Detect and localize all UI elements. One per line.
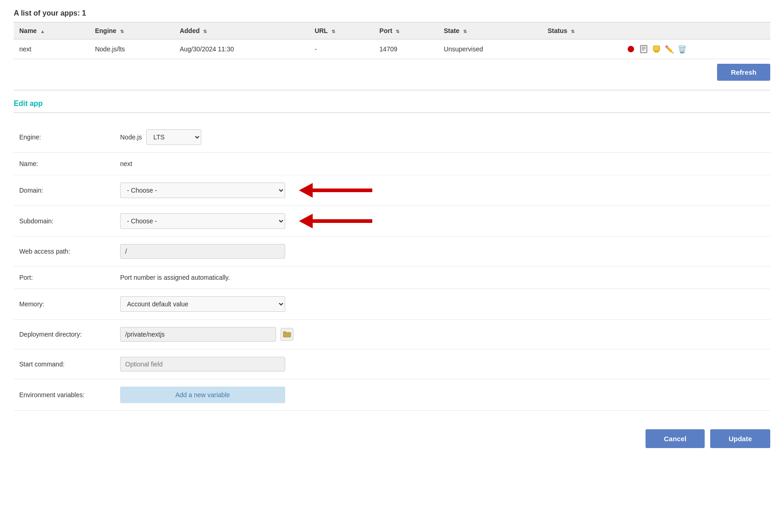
- memory-label: Memory:: [14, 289, 115, 320]
- svg-rect-0: [640, 45, 647, 53]
- cell-engine: Node.js/lts: [89, 39, 174, 59]
- engine-value: Node.js: [120, 133, 142, 141]
- svg-marker-9: [299, 214, 372, 228]
- sort-added-icon: ⇅: [203, 29, 207, 34]
- edit-app-form: Engine: Node.js LTS Name: next: [14, 122, 770, 411]
- table-row: next Node.js/lts Aug/30/2024 11:30 - 147…: [14, 39, 770, 59]
- domain-arrow-icon: [299, 183, 372, 198]
- svg-rect-4: [653, 46, 660, 51]
- cell-status: [542, 39, 620, 59]
- col-port[interactable]: Port ⇅: [374, 22, 438, 39]
- web-access-path-input[interactable]: [120, 244, 285, 259]
- engine-label: Engine:: [14, 122, 115, 153]
- start-command-label: Start command:: [14, 349, 115, 379]
- web-access-path-label: Web access path:: [14, 237, 115, 266]
- deployment-directory-input[interactable]: [120, 327, 276, 342]
- refresh-button[interactable]: Refresh: [717, 64, 770, 81]
- cell-added: Aug/30/2024 11:30: [174, 39, 309, 59]
- engine-row: Engine: Node.js LTS: [14, 122, 770, 153]
- edit-icon[interactable]: ✏️: [664, 44, 674, 54]
- edit-app-section: Edit app Engine: Node.js LTS Name:: [14, 100, 770, 448]
- memory-select[interactable]: Account default value 256MB 512MB 1GB 2G…: [120, 296, 285, 312]
- deployment-directory-label: Deployment directory:: [14, 320, 115, 349]
- status-dot-icon[interactable]: [626, 44, 636, 54]
- update-button[interactable]: Update: [710, 429, 770, 448]
- memory-field: Account default value 256MB 512MB 1GB 2G…: [115, 289, 770, 320]
- port-row: Port: Port number is assigned automatica…: [14, 266, 770, 289]
- web-access-path-row: Web access path:: [14, 237, 770, 266]
- red-dot: [628, 46, 634, 52]
- name-label: Name:: [14, 153, 115, 175]
- domain-select[interactable]: - Choose -: [120, 183, 285, 198]
- svg-marker-8: [299, 183, 372, 198]
- name-value: next: [120, 160, 132, 167]
- name-row: Name: next: [14, 153, 770, 175]
- subdomain-field: - Choose -: [115, 206, 770, 237]
- svg-rect-5: [655, 51, 658, 52]
- add-variable-button[interactable]: Add a new variable: [120, 387, 285, 403]
- cell-actions: ✏️ 🗑️: [620, 39, 770, 59]
- deployment-directory-row: Deployment directory:: [14, 320, 770, 349]
- start-command-row: Start command:: [14, 349, 770, 379]
- col-state[interactable]: State ⇅: [438, 22, 542, 39]
- bottom-actions: Cancel Update: [14, 425, 770, 448]
- apps-table: Name ▲ Engine ⇅ Added ⇅ URL ⇅ Port ⇅: [14, 22, 770, 59]
- web-access-path-field: [115, 237, 770, 266]
- col-actions: [620, 22, 770, 39]
- logs-icon[interactable]: [639, 44, 649, 54]
- sort-url-icon: ⇅: [331, 29, 335, 34]
- sort-engine-icon: ⇅: [120, 29, 124, 34]
- env-variables-field: Add a new variable: [115, 379, 770, 411]
- edit-app-title: Edit app: [14, 100, 770, 108]
- port-info: Port number is assigned automatically.: [115, 266, 770, 289]
- col-url[interactable]: URL ⇅: [309, 22, 374, 39]
- start-command-input[interactable]: [120, 357, 285, 371]
- refresh-row: Refresh: [14, 64, 770, 81]
- sort-name-icon: ▲: [40, 29, 45, 34]
- section-divider: [14, 90, 770, 90]
- env-variables-row: Environment variables: Add a new variabl…: [14, 379, 770, 411]
- subdomain-arrow-icon: [299, 214, 372, 228]
- deployment-directory-field: [115, 320, 770, 349]
- apps-list-title: A list of your apps: 1: [14, 9, 770, 17]
- restart-icon[interactable]: [651, 44, 662, 54]
- cancel-button[interactable]: Cancel: [646, 429, 705, 448]
- delete-icon[interactable]: 🗑️: [677, 44, 687, 54]
- sort-status-icon: ⇅: [571, 29, 574, 34]
- domain-row: Domain: - Choose -: [14, 175, 770, 206]
- subdomain-row: Subdomain: - Choose -: [14, 206, 770, 237]
- engine-field: Node.js LTS: [115, 122, 770, 153]
- sort-state-icon: ⇅: [463, 29, 467, 34]
- cell-state: Unsupervised: [438, 39, 542, 59]
- apps-list-section: A list of your apps: 1 Name ▲ Engine ⇅ A…: [14, 9, 770, 81]
- subdomain-label: Subdomain:: [14, 206, 115, 237]
- col-status[interactable]: Status ⇅: [542, 22, 620, 39]
- col-engine[interactable]: Engine ⇅: [89, 22, 174, 39]
- cell-port: 14709: [374, 39, 438, 59]
- env-variables-label: Environment variables:: [14, 379, 115, 411]
- folder-browse-icon[interactable]: [281, 328, 293, 341]
- col-name[interactable]: Name ▲: [14, 22, 89, 39]
- name-field: next: [115, 153, 770, 175]
- memory-row: Memory: Account default value 256MB 512M…: [14, 289, 770, 320]
- subdomain-select[interactable]: - Choose -: [120, 213, 285, 229]
- domain-field: - Choose -: [115, 175, 770, 206]
- cell-name: next: [14, 39, 89, 59]
- start-command-field: [115, 349, 770, 379]
- col-added[interactable]: Added ⇅: [174, 22, 309, 39]
- cell-url: -: [309, 39, 374, 59]
- table-header-row: Name ▲ Engine ⇅ Added ⇅ URL ⇅ Port ⇅: [14, 22, 770, 39]
- edit-divider: [14, 112, 770, 113]
- port-label: Port:: [14, 266, 115, 289]
- sort-port-icon: ⇅: [396, 29, 399, 34]
- engine-version-select[interactable]: LTS: [146, 129, 201, 145]
- domain-label: Domain:: [14, 175, 115, 206]
